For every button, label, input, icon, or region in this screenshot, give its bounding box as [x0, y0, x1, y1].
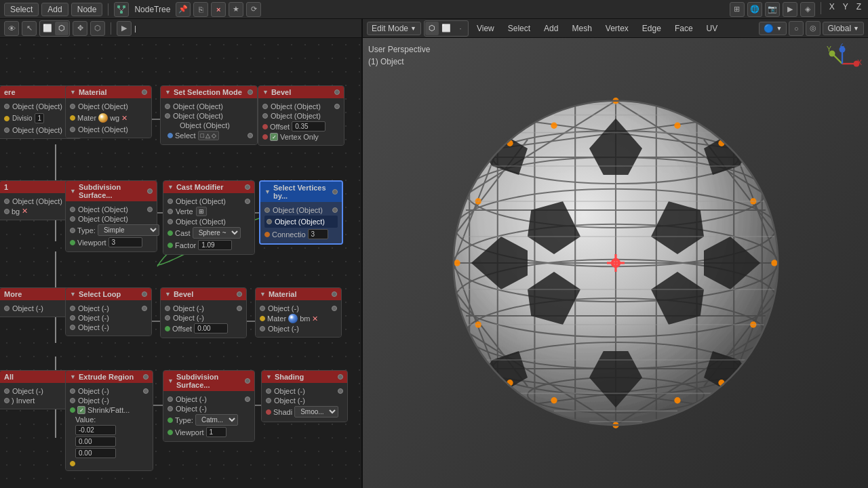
- svg-rect-1: [123, 5, 125, 8]
- node-canvas[interactable]: ere Object (Object) Divisio 1 Object (Ob: [0, 38, 361, 488]
- select-tool-icon[interactable]: ↖: [22, 21, 37, 36]
- bookmark-icon[interactable]: ★: [229, 2, 243, 17]
- sub1-s2: [70, 216, 75, 222]
- sv-s2: [267, 219, 272, 224]
- vp-select-menu-btn[interactable]: Select: [502, 22, 536, 35]
- node-cast-modifier: ▼ Cast Modifier Object (Object) Verte ⊞: [163, 180, 255, 255]
- ssm-s1: [165, 104, 170, 109]
- add-menu[interactable]: Add: [41, 3, 68, 16]
- extrude-val-1[interactable]: -0.02: [75, 425, 116, 435]
- output-icon[interactable]: ▶: [783, 2, 797, 17]
- vp-mesh-menu-btn[interactable]: Mesh: [566, 22, 597, 35]
- divisio-value[interactable]: 1: [35, 113, 44, 123]
- ssm-header: ▼ Set Selection Mode: [161, 86, 257, 98]
- extrude-val-3[interactable]: 0.00: [75, 448, 116, 458]
- extrude-header: ▼ Extrude Region: [66, 371, 153, 383]
- vp-vertex-btn[interactable]: Vertex: [600, 22, 634, 35]
- subdiv-1-body: Object (Object) Object (Object) Type: Si…: [66, 201, 157, 251]
- material-remove-btn[interactable]: ✕: [121, 114, 127, 123]
- viewport-overlay-btn[interactable]: ○: [789, 21, 804, 36]
- global-space-selector[interactable]: Global ▼: [823, 22, 864, 35]
- cast-factor-input[interactable]: 1.09: [198, 240, 232, 250]
- vertex-mode-btn[interactable]: ·: [454, 22, 467, 35]
- sub2-vp-dot: [167, 430, 173, 435]
- layout-icon[interactable]: ⊞: [730, 2, 745, 17]
- subdiv2-viewport-input[interactable]: 1: [206, 427, 226, 437]
- main-layout: 👁 ↖ ⬜ ⬡ ✥ ⬡ ▶ |: [0, 19, 868, 488]
- cast-shape-select[interactable]: Sphere ~CuboidCylinder: [193, 227, 241, 239]
- bg-remove[interactable]: ✕: [22, 207, 28, 216]
- bev1-offset-dot: [262, 124, 268, 129]
- vp-face-btn[interactable]: Face: [669, 22, 698, 35]
- shrink-checkbox[interactable]: ✓: [77, 406, 85, 414]
- view-tool-icon[interactable]: 👁: [4, 21, 19, 36]
- sub2-s1: [167, 396, 173, 402]
- subdiv-1-title: Subdivision Surface...: [79, 183, 144, 199]
- node-material-2: ▼ Material Object (-) Mater bm: [255, 287, 342, 338]
- shading-in: [338, 374, 343, 380]
- subdiv-viewport-input[interactable]: 3: [108, 237, 142, 247]
- subdiv-2-header: ▼ Subdivision Surface...: [163, 371, 254, 391]
- svg-point-63: [551, 397, 557, 403]
- nodetree-label: NodeTree: [132, 5, 173, 14]
- compositing-icon[interactable]: ◈: [800, 2, 815, 17]
- copy-icon[interactable]: ⎘: [193, 2, 208, 17]
- vp-edge-btn[interactable]: Edge: [637, 22, 667, 35]
- cast-out: [245, 199, 250, 204]
- y-label: Y: [840, 2, 851, 17]
- shad-s2: [266, 398, 271, 403]
- node-bevel-2: ▼ Bevel Object (-) Object (-): [160, 287, 247, 338]
- sep3: [111, 22, 111, 35]
- bevel-2-header: ▼ Bevel: [161, 288, 246, 300]
- viewport-xray-btn[interactable]: ◎: [806, 21, 821, 36]
- bevel-2-in: [237, 291, 242, 297]
- viewport-shading-btns[interactable]: 🔵 ▼: [759, 22, 787, 35]
- svg-text:Y: Y: [827, 45, 831, 53]
- x-label: X: [827, 2, 837, 17]
- svg-text:Z: Z: [840, 43, 845, 48]
- s1: [70, 104, 75, 109]
- tool-group: ⬜ ⬡: [39, 20, 70, 37]
- sl-s3: [70, 325, 75, 330]
- sl-body: Object (-) Object (-) Object (-): [66, 300, 151, 336]
- select-menu[interactable]: Select: [4, 3, 39, 16]
- shading-mode-select[interactable]: Smoo...Flat: [294, 406, 338, 418]
- sync-icon[interactable]: ⟳: [246, 2, 261, 17]
- vp-add-menu-btn[interactable]: Add: [538, 22, 564, 35]
- shading-title: Shading: [275, 373, 304, 381]
- mat2-remove-btn[interactable]: ✕: [312, 314, 318, 323]
- solid-mode-btn[interactable]: ⬜: [439, 22, 453, 35]
- edit-mode-selector[interactable]: Edit Mode ▼: [367, 22, 421, 35]
- extrude-title: Extrude Region: [79, 373, 134, 381]
- wireframe-mode-btn[interactable]: ⬡: [425, 22, 439, 35]
- ext-shrink-dot: [70, 407, 75, 413]
- subdiv2-type-select[interactable]: Catm...Simple: [195, 414, 238, 426]
- extrude-in: [143, 374, 149, 380]
- node-menu[interactable]: Node: [71, 3, 103, 16]
- lasso-select-icon[interactable]: ⬡: [55, 22, 68, 35]
- sv-s1: [264, 207, 270, 213]
- node-icon2[interactable]: ⬡: [90, 21, 105, 36]
- divider-text: |: [134, 24, 136, 33]
- bevel-1-offset-input[interactable]: 0.35: [292, 121, 326, 131]
- extrude-val-2[interactable]: 0.00: [75, 436, 116, 447]
- render-icon[interactable]: 📷: [765, 2, 780, 17]
- bev2-offset-dot: [165, 326, 170, 331]
- vertex-only-checkbox[interactable]: ✓: [270, 133, 278, 141]
- execute-icon[interactable]: ▶: [117, 21, 132, 36]
- close-node-tree[interactable]: ×: [211, 2, 226, 17]
- pin-icon[interactable]: 📌: [176, 2, 191, 17]
- bevel-2-offset-input[interactable]: 0.00: [194, 323, 228, 333]
- s2: [70, 127, 75, 132]
- node-editor-toolbar: 👁 ↖ ⬜ ⬡ ✥ ⬡ ▶ |: [0, 19, 361, 38]
- sv-conn-input[interactable]: 3: [308, 229, 328, 239]
- ssm-body: Object (Object) Object (Object) Object (…: [161, 98, 257, 144]
- move-icon[interactable]: ✥: [73, 21, 87, 36]
- subdiv-type-select[interactable]: SimpleCatmull-Clark: [98, 224, 159, 236]
- box-select-icon[interactable]: ⬜: [41, 22, 54, 35]
- vp-uv-btn[interactable]: UV: [701, 22, 724, 35]
- svg-line-4: [121, 8, 124, 11]
- scene-icon[interactable]: 🌐: [747, 2, 762, 17]
- ssm-mode-buttons: □ △ ◇: [198, 131, 219, 140]
- view-menu-btn[interactable]: View: [471, 22, 500, 35]
